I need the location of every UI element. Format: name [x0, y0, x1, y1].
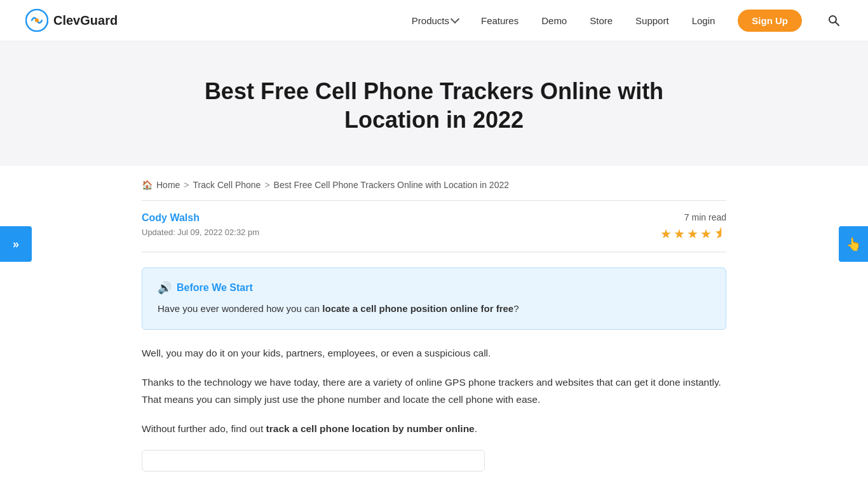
nav-store[interactable]: Store — [590, 15, 613, 26]
float-right-button[interactable]: 👆 — [839, 226, 868, 262]
breadcrumb-area: 🏠 Home > Track Cell Phone > Best Free Ce… — [142, 166, 726, 201]
chevron-down-icon — [451, 15, 459, 24]
article-meta: Cody Walsh Updated: Jul 09, 2022 02:32 p… — [142, 201, 726, 249]
svg-line-3 — [836, 22, 839, 26]
breadcrumb-sep-1: > — [184, 180, 189, 190]
callout-box: 🔊 Before We Start Have you ever wondered… — [142, 268, 726, 330]
speaker-icon: 🔊 — [158, 281, 172, 295]
nav-login[interactable]: Login — [692, 15, 715, 26]
nav-features[interactable]: Features — [481, 15, 519, 26]
bottom-card — [142, 450, 485, 471]
star-3: ★ — [687, 226, 698, 241]
article-para-1: Well, you may do it on your kids, partne… — [142, 345, 726, 362]
meta-left: Cody Walsh Updated: Jul 09, 2022 02:32 p… — [142, 212, 259, 238]
breadcrumb-current: Best Free Cell Phone Trackers Online wit… — [274, 180, 509, 190]
article-para-2: Thanks to the technology we have today, … — [142, 374, 726, 408]
double-chevron-icon: » — [13, 238, 19, 251]
separator — [142, 252, 726, 252]
nav-support[interactable]: Support — [635, 15, 669, 26]
article-body: Well, you may do it on your kids, partne… — [142, 345, 726, 487]
star-5: ⯨ — [714, 226, 726, 241]
search-button[interactable] — [825, 11, 843, 29]
breadcrumb-home[interactable]: Home — [156, 180, 180, 190]
main-content: 🏠 Home > Track Cell Phone > Best Free Ce… — [129, 166, 739, 487]
home-icon: 🏠 — [142, 180, 153, 190]
callout-text: Have you ever wondered how you can locat… — [158, 301, 710, 316]
author-link[interactable]: Cody Walsh — [142, 212, 259, 224]
updated-date: Updated: Jul 09, 2022 02:32 pm — [142, 227, 259, 237]
nav-demo[interactable]: Demo — [541, 15, 567, 26]
article-para-3: Without further ado, find out track a ce… — [142, 421, 726, 437]
search-icon — [827, 14, 840, 27]
page-title: Best Free Cell Phone Trackers Online wit… — [173, 77, 695, 134]
meta-right: 7 min read ★ ★ ★ ★ ⯨ — [660, 212, 726, 241]
hand-icon: 👆 — [846, 236, 862, 252]
main-nav: Products Features Demo Store Support Log… — [412, 10, 843, 32]
logo-link[interactable]: ClevGuard — [25, 9, 118, 32]
nav-products[interactable]: Products — [412, 15, 458, 26]
star-1: ★ — [660, 226, 672, 241]
breadcrumb-sep-2: > — [264, 180, 269, 190]
site-header: ClevGuard Products Features Demo Store S… — [0, 0, 868, 41]
read-time: 7 min read — [660, 212, 726, 222]
breadcrumb-track-cell-phone[interactable]: Track Cell Phone — [193, 180, 261, 190]
logo-text: ClevGuard — [53, 13, 118, 28]
sidebar-toggle-button[interactable]: » — [0, 226, 32, 262]
logo-icon — [25, 9, 48, 32]
breadcrumb: 🏠 Home > Track Cell Phone > Best Free Ce… — [142, 180, 726, 190]
signup-button[interactable]: Sign Up — [738, 10, 802, 32]
star-2: ★ — [674, 226, 685, 241]
star-rating: ★ ★ ★ ★ ⯨ — [660, 226, 726, 241]
star-4: ★ — [700, 226, 712, 241]
hero-section: Best Free Cell Phone Trackers Online wit… — [0, 41, 868, 166]
svg-point-1 — [35, 18, 39, 22]
callout-title: 🔊 Before We Start — [158, 281, 710, 295]
